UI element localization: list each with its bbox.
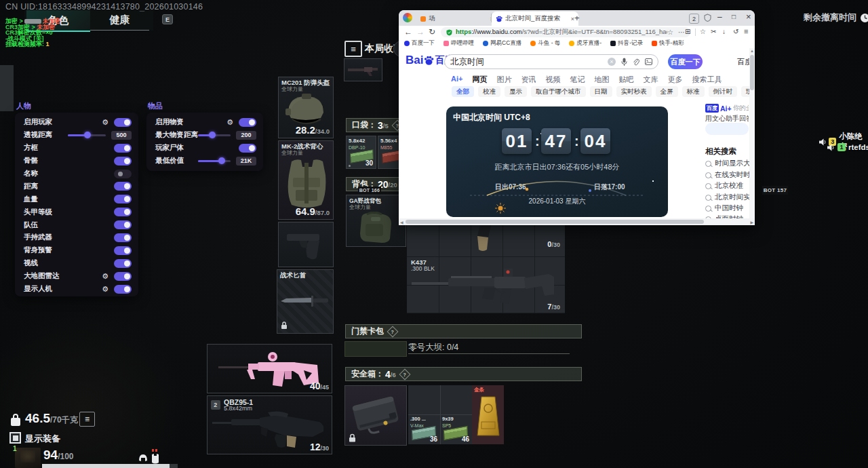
chip-all[interactable]: 全部	[452, 86, 474, 97]
favorites-icon[interactable]: ☆	[700, 28, 706, 35]
cheat-row-box[interactable]: 方框	[15, 142, 138, 155]
toggle-on[interactable]	[114, 246, 132, 255]
gear-icon[interactable]: ⚙	[102, 273, 108, 280]
nav-tab-ai[interactable]: Ai+	[451, 75, 462, 85]
loadout-list-button[interactable]: ≡	[79, 412, 95, 427]
more-options-icon[interactable]: ⋯	[678, 28, 685, 36]
related-search-item[interactable]: 时间显示大屏	[705, 159, 755, 168]
chip[interactable]: 取自于哪个城市	[531, 86, 586, 97]
help-icon[interactable]: ?	[387, 326, 399, 337]
cheat-row-min-value[interactable]: 最低价值21K	[146, 155, 263, 168]
window-maximize-button[interactable]: □	[732, 13, 736, 20]
player-avatar[interactable]	[15, 448, 41, 468]
cheat-row-back-warning[interactable]: 背身预警	[15, 244, 138, 257]
chip[interactable]: 标准	[682, 86, 705, 97]
cheat-row-health[interactable]: 血量	[15, 193, 138, 206]
scrollbar-right-arrow[interactable]: ▶	[750, 220, 753, 225]
gold-bar-tile[interactable]: 金条	[472, 385, 504, 444]
cheat-row-show-bots[interactable]: 显示人机⚙	[15, 283, 138, 296]
nav-tab-tools[interactable]: 搜索工具	[692, 75, 722, 85]
nav-tab[interactable]: 贴吧	[618, 75, 633, 85]
slider[interactable]	[198, 134, 231, 136]
menu-icon[interactable]: ≡	[744, 28, 748, 35]
nav-tab[interactable]: 视频	[545, 75, 560, 85]
cheat-row-held-weapon[interactable]: 手持武器	[15, 231, 138, 244]
browser-tab-1[interactable]: 场 ×	[416, 12, 498, 25]
toggle-off[interactable]	[114, 170, 132, 178]
nav-tab[interactable]: 地图	[594, 75, 609, 85]
gear-icon[interactable]: ⚙	[226, 119, 233, 126]
toggle-on[interactable]	[114, 285, 132, 294]
undo-icon[interactable]: ↺	[733, 28, 738, 35]
scrollbar-up-arrow[interactable]: ▲	[750, 49, 754, 53]
bookmark-item[interactable]: 抖音-记录	[610, 39, 643, 47]
vertical-scrollbar[interactable]: ▲	[749, 48, 755, 218]
bookmark-item[interactable]: 快手-精彩	[652, 39, 684, 47]
toggle-on[interactable]	[114, 233, 132, 242]
keycard-slot[interactable]	[344, 341, 407, 357]
horizontal-scrollbar[interactable]: ◀ ▶	[399, 218, 755, 225]
cheat-row-enable-player[interactable]: 启用玩家⚙	[15, 116, 138, 129]
toggle-on[interactable]	[239, 144, 256, 153]
scrollbar-thumb[interactable]	[406, 220, 704, 224]
cheat-row-player-corpse[interactable]: 玩家尸体	[146, 142, 263, 155]
scissors-icon[interactable]: ✂	[711, 28, 716, 35]
chip[interactable]: 校准	[478, 86, 500, 97]
toggle-on[interactable]	[114, 220, 132, 229]
bookmark-item[interactable]: 虎牙直播-	[569, 39, 601, 47]
new-tab-button[interactable]: +	[574, 13, 580, 23]
toggle-on[interactable]	[114, 182, 132, 191]
toggle-on[interactable]	[239, 118, 256, 127]
address-bar[interactable]: https://www.baidu.com/s?wd=北京时间&ie=UTF-8…	[441, 27, 690, 37]
cheat-row-bones[interactable]: 骨骼	[15, 155, 138, 168]
cheat-row-sightline[interactable]: 视线	[15, 257, 138, 270]
slider[interactable]	[68, 134, 106, 136]
bookmark-item[interactable]: 哔哩哔哩	[443, 39, 474, 47]
nav-tab-web[interactable]: 网页	[472, 75, 487, 85]
scrollbar-thumb[interactable]	[750, 55, 754, 90]
ammo-tile-300[interactable]: .300 ... V-Max 36	[408, 414, 440, 444]
nav-tab[interactable]: 文库	[643, 75, 658, 85]
image-search-icon[interactable]	[645, 58, 652, 65]
cheat-row-armor-level[interactable]: 头甲等级	[15, 206, 138, 218]
nav-tab[interactable]: 笔记	[570, 75, 585, 85]
chip[interactable]: 日期	[590, 86, 612, 97]
cheat-row-map-radar[interactable]: 大地图雷达⚙	[15, 270, 138, 283]
safebox-tile[interactable]	[344, 385, 407, 446]
toggle-on[interactable]	[114, 144, 132, 153]
toggle-on[interactable]	[114, 118, 132, 127]
window-minimize-button[interactable]: –	[717, 12, 722, 22]
bookmark-item[interactable]: 百度一下	[404, 39, 435, 47]
toggle-on[interactable]	[114, 195, 132, 203]
cheat-row-loot-distance[interactable]: 最大物资距离200	[146, 129, 263, 142]
nav-tab[interactable]: 资讯	[521, 75, 536, 85]
chip[interactable]: 显示	[505, 86, 527, 97]
bookmark-star-icon[interactable]: ☆	[667, 28, 673, 36]
search-button[interactable]: 百度一下	[668, 54, 703, 69]
related-search-item[interactable]: 北京时间实时显示	[705, 193, 755, 202]
cheat-row-distance[interactable]: 距离	[15, 180, 138, 193]
reload-icon[interactable]: ↻	[429, 28, 435, 36]
bookmark-item[interactable]: 斗鱼 - 每	[530, 39, 560, 47]
safebox-header[interactable]: 安全箱： 4 /6 ?	[345, 367, 582, 381]
extension-count-badge[interactable]: 2	[689, 14, 699, 24]
browser-tab-2-active[interactable]: 北京时间_百度搜索 ×	[492, 12, 578, 26]
help-icon[interactable]: ?	[399, 368, 410, 380]
slider[interactable]	[198, 160, 231, 162]
microphone-icon[interactable]	[621, 58, 627, 66]
ammo-tile-9x39[interactable]: 9x39 SP5 46	[440, 414, 472, 444]
toggle-on[interactable]	[114, 272, 132, 281]
browser-window[interactable]: 场 × 北京时间_百度搜索 × + 2 – □ × ← → ↻	[399, 10, 755, 225]
toggle-on[interactable]	[114, 208, 132, 216]
window-close-button[interactable]: ×	[746, 12, 751, 22]
tab-health[interactable]: 健康	[90, 10, 149, 31]
gear-icon[interactable]: ⚙	[102, 119, 108, 126]
chip[interactable]: 倒计时	[709, 86, 738, 97]
chip[interactable]: 全屏	[656, 86, 678, 97]
cheat-row-team[interactable]: 队伍	[15, 218, 138, 231]
toggle-on[interactable]	[114, 157, 132, 165]
cheat-row-enable-loot[interactable]: 启用物资⚙	[146, 116, 263, 129]
forward-icon[interactable]: →	[416, 28, 425, 36]
nav-tab[interactable]: 更多	[667, 75, 682, 85]
attachment-icon[interactable]	[633, 58, 639, 66]
